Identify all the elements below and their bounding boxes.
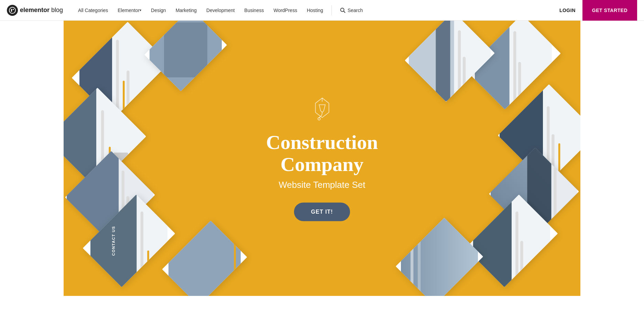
hero-section: CONTACT US [64,21,580,296]
logo-text: elementor blog [20,7,63,14]
logo-icon [7,5,18,16]
hero-cta-button[interactable]: GET IT! [294,202,350,221]
svg-rect-1 [11,9,12,12]
navbar: elementor blog All Categories Elementor … [0,0,644,21]
nav-design[interactable]: Design [146,0,171,21]
search-button[interactable]: Search [335,8,368,13]
hero-subtitle: Website Template Set [236,179,408,190]
nav-links: All Categories Elementor Design Marketin… [73,0,559,21]
login-button[interactable]: LOGIN [559,8,576,13]
nav-wordpress[interactable]: WordPress [269,0,302,21]
nav-all-categories[interactable]: All Categories [73,0,113,21]
get-started-button[interactable]: GET STARTED [582,0,637,21]
nav-hosting[interactable]: Hosting [302,0,328,21]
svg-point-3 [340,8,344,11]
nav-elementor[interactable]: Elementor [113,0,146,21]
logo[interactable]: elementor blog [7,5,63,16]
hero-title: Construction Company [236,131,408,175]
svg-rect-2 [13,9,14,10]
svg-point-0 [9,7,15,13]
nav-right: LOGIN GET STARTED [559,0,637,21]
search-label: Search [348,8,363,13]
nav-development[interactable]: Development [201,0,240,21]
svg-line-4 [343,11,345,13]
hero-brand-icon [236,96,408,125]
nav-divider [331,5,332,15]
hero-center-content: Construction Company Website Template Se… [236,96,408,221]
nav-business[interactable]: Business [240,0,269,21]
nav-marketing[interactable]: Marketing [171,0,201,21]
search-icon [340,8,346,13]
